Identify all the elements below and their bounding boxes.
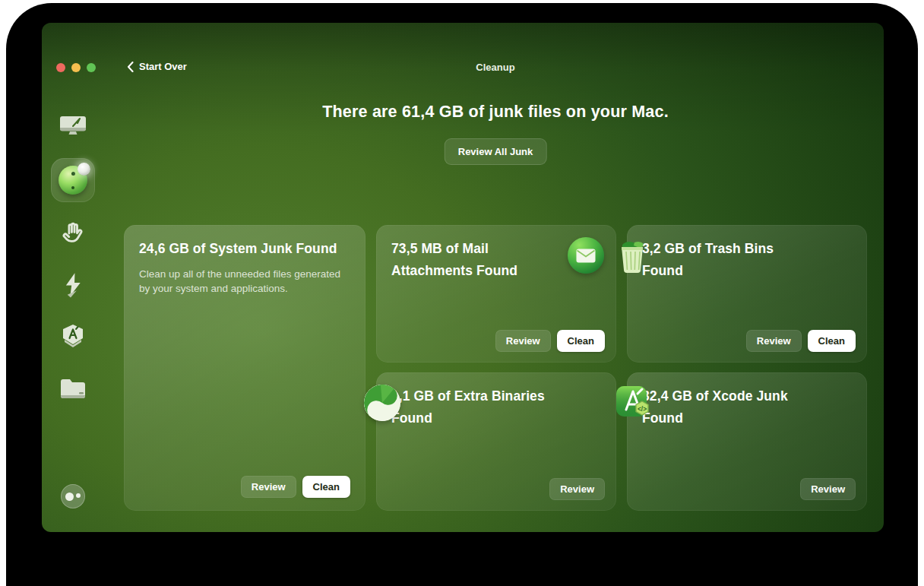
folder-icon — [59, 377, 87, 401]
sidebar-item-assistant[interactable] — [61, 484, 85, 508]
junk-summary-heading: There are 61,4 GB of junk files on your … — [153, 103, 837, 122]
binaries-yinyang-icon — [364, 385, 400, 421]
card-xcode-junk[interactable]: 32,4 GB of Xcode Junk Found </> — [627, 372, 867, 511]
trash-review-button[interactable]: Review — [746, 330, 802, 352]
xcode-review-button[interactable]: Review — [800, 478, 856, 500]
screenshot-canvas: Start Over Cleanup There are 61,4 GB of … — [0, 0, 924, 586]
mail-attachments-title: 73,5 MB of Mail Attachments Found — [391, 238, 555, 282]
card-extra-binaries[interactable]: 1,1 GB of Extra Binaries Found Review — [376, 372, 616, 511]
xcode-junk-title: 32,4 GB of Xcode Junk Found — [642, 385, 806, 429]
sidebar-item-performance[interactable] — [62, 272, 84, 298]
review-label: Review — [757, 335, 791, 347]
mac-display-icon — [59, 113, 87, 138]
sidebar-item-cleanup[interactable] — [51, 158, 95, 202]
review-all-junk-button[interactable]: Review All Junk — [445, 138, 547, 165]
system-junk-clean-button[interactable]: Clean — [302, 476, 350, 498]
trash-bins-title: 3,2 GB of Trash Bins Found — [642, 238, 806, 282]
card-trash-bins[interactable]: 3,2 GB of Trash Bins Found Review Clean — [627, 225, 867, 363]
start-over-label: Start Over — [139, 61, 187, 72]
zoom-window-button[interactable] — [87, 63, 96, 72]
system-junk-description: Clean up all of the unneeded files gener… — [139, 267, 350, 296]
system-junk-title: 24,6 GB of System Junk Found — [139, 238, 350, 260]
notification-dot — [78, 163, 90, 176]
hand-icon — [60, 220, 86, 246]
trash-clean-button[interactable]: Clean — [808, 330, 856, 352]
clean-label: Clean — [568, 335, 594, 347]
assistant-icon — [61, 484, 85, 508]
system-junk-review-button[interactable]: Review — [241, 476, 296, 498]
card-mail-attachments[interactable]: 73,5 MB of Mail Attachments Found Review… — [376, 225, 616, 363]
sidebar-item-my-mac[interactable] — [59, 113, 87, 138]
applications-icon — [59, 323, 87, 352]
binaries-review-button[interactable]: Review — [549, 478, 605, 500]
review-label: Review — [560, 483, 594, 495]
review-label: Review — [252, 481, 286, 493]
mail-clean-button[interactable]: Clean — [557, 330, 605, 352]
page-title: Cleanup — [476, 62, 514, 73]
svg-text:</>: </> — [638, 405, 647, 413]
review-all-junk-label: Review All Junk — [458, 146, 533, 157]
card-system-junk[interactable]: 24,6 GB of System Junk Found Clean up al… — [124, 225, 365, 511]
review-label: Review — [811, 483, 845, 495]
close-window-button[interactable] — [56, 63, 65, 72]
mail-review-button[interactable]: Review — [495, 330, 551, 352]
sidebar-item-protection[interactable] — [60, 220, 86, 246]
start-over-button[interactable]: Start Over — [127, 61, 187, 72]
mail-icon — [568, 237, 604, 274]
clean-label: Clean — [818, 335, 845, 347]
minimize-window-button[interactable] — [71, 63, 81, 72]
clean-label: Clean — [313, 481, 340, 493]
cleanup-sphere-icon — [59, 166, 87, 195]
sidebar-item-files[interactable] — [59, 377, 87, 401]
app-window: Start Over Cleanup There are 61,4 GB of … — [42, 23, 884, 532]
sidebar-item-applications[interactable] — [59, 323, 87, 352]
chevron-left-icon — [127, 62, 134, 72]
review-label: Review — [506, 335, 540, 347]
extra-binaries-title: 1,1 GB of Extra Binaries Found — [391, 385, 555, 429]
trash-bin-icon — [615, 237, 651, 274]
lightning-icon — [62, 272, 84, 298]
xcode-icon: </> — [615, 385, 651, 421]
